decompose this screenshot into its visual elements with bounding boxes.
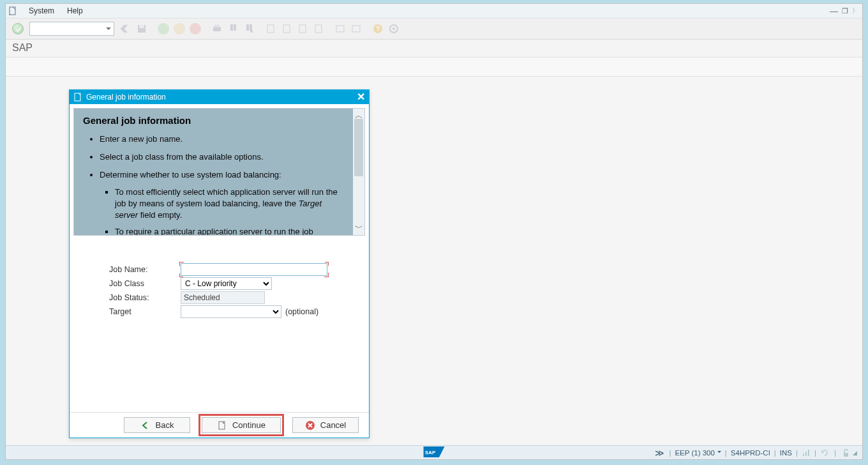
svg-rect-4 [214,25,220,27]
back-icon[interactable] [156,22,170,36]
next-page-icon[interactable] [296,22,310,36]
svg-rect-22 [803,454,804,456]
svg-rect-13 [315,25,322,33]
sub-toolbar [6,57,862,77]
cancel-icon[interactable] [188,22,202,36]
svg-rect-15 [352,26,360,32]
svg-rect-10 [267,25,274,33]
required-marker [181,263,327,276]
restore-icon[interactable]: ❐ [841,7,849,15]
first-page-icon[interactable] [264,22,278,36]
job-status-field [181,291,265,304]
last-page-icon[interactable] [311,22,326,36]
svg-rect-12 [299,25,306,33]
svg-rect-0 [10,7,15,15]
svg-text:?: ? [376,25,380,33]
svg-point-9 [250,30,253,33]
nav-back-icon[interactable] [119,22,133,36]
optional-label: (optional) [285,307,318,316]
svg-rect-6 [234,24,236,31]
menu-help[interactable]: Help [61,5,89,17]
svg-rect-7 [246,24,249,31]
dialog-title: General job information [86,93,166,102]
cancel-x-icon [305,420,315,431]
prev-page-icon[interactable] [280,22,294,36]
dialog-footer: Back Continue Cancel [70,412,369,438]
job-name-input[interactable] [181,263,327,276]
svg-rect-11 [283,25,290,33]
info-heading: General job information [83,114,344,127]
cancel-button[interactable]: Cancel [292,417,359,433]
sap-logo: SAP [423,446,445,459]
title-bar: SAP [6,40,862,57]
dialog-title-bar: General job information ✕ [70,90,369,104]
status-system[interactable]: EEP (1) 300 [675,449,721,457]
scroll-down-icon[interactable]: ﹀ [355,222,363,234]
save-icon[interactable] [135,22,149,36]
job-name-label: Job Name: [109,265,181,274]
status-lock-icon[interactable] [841,448,850,457]
new-session-icon[interactable] [333,22,347,36]
continue-button[interactable]: Continue [202,417,281,433]
status-bar: SAP ≫ | EEP (1) 300 | S4HPRD-CI | INS | … [6,445,862,459]
job-class-label: Job Class [109,279,181,288]
shortcut-icon[interactable] [349,22,363,36]
svg-rect-25 [844,453,848,457]
status-resize-grip[interactable]: ◢ [853,450,857,456]
status-expand-icon[interactable]: ≫ [655,448,665,458]
minimize-icon[interactable]: — [828,6,839,16]
command-field[interactable] [29,22,114,36]
svg-rect-5 [230,24,233,31]
menu-bar: System Help — ❐ 〉 [6,4,862,18]
arrow-icon[interactable]: 〉 [851,6,860,15]
info-bullet-2: Select a job class from the available op… [100,151,344,163]
target-select[interactable] [181,305,281,318]
svg-text:SAP: SAP [425,450,436,455]
app-title: SAP [12,42,33,53]
info-bullet-3: Determine whether to use system load bal… [100,169,344,235]
svg-point-19 [393,27,395,30]
info-bullet-1: Enter a new job name. [100,133,344,145]
status-insert-mode: INS [780,449,792,457]
info-content: General job information Enter a new job … [74,109,353,235]
enter-button[interactable] [11,22,25,36]
svg-rect-24 [808,450,809,456]
info-sub-2: To require a particular application serv… [115,226,344,235]
status-server: S4HPRD-CI [731,449,770,457]
svg-rect-2 [139,25,144,28]
menu-system[interactable]: System [22,5,61,17]
general-job-info-dialog: General job information ✕ General job in… [69,89,370,438]
info-sub-1: To most efficiently select which applica… [115,187,344,222]
back-arrow-icon [140,420,151,431]
svg-rect-14 [336,26,344,32]
find-next-icon[interactable] [242,22,256,36]
dialog-icon [73,93,82,102]
job-class-select[interactable]: C - Low priority [181,277,272,290]
continue-page-icon [217,420,227,431]
target-label: Target [109,307,181,316]
status-chart-icon[interactable] [802,448,811,457]
app-menu-icon[interactable] [8,6,17,15]
exit-icon[interactable] [172,22,186,36]
info-panel: General job information Enter a new job … [73,108,365,236]
svg-rect-8 [250,24,252,31]
dialog-body: General job information Enter a new job … [70,104,369,412]
dialog-close-button[interactable]: ✕ [357,93,365,102]
help-icon[interactable]: ? [371,22,385,36]
status-refresh-icon[interactable] [820,448,829,457]
window-controls: — ❐ 〉 [828,6,860,16]
print-icon[interactable] [210,22,224,36]
form-area: Job Name: Job Class C - Low priority Job… [73,236,365,319]
back-button[interactable]: Back [124,417,190,433]
scroll-thumb[interactable] [354,119,363,176]
main-toolbar: ? [6,18,862,40]
svg-rect-23 [805,452,807,456]
svg-rect-3 [213,27,221,31]
find-icon[interactable] [226,22,240,36]
info-scrollbar[interactable]: ︿ ﹀ [353,109,364,235]
customize-icon[interactable] [387,22,401,36]
job-status-label: Job Status: [109,293,181,302]
